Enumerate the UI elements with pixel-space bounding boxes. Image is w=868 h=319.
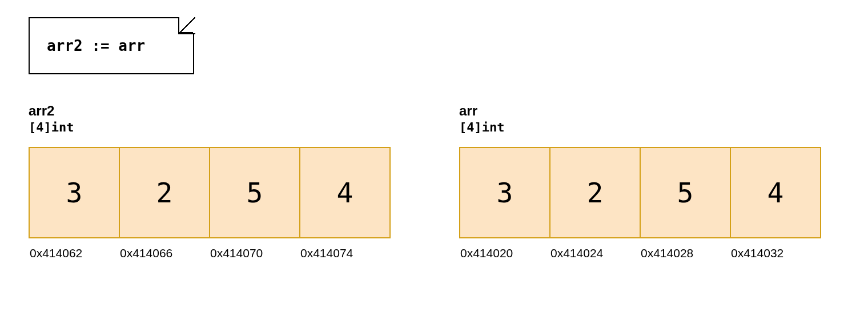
array-type: [4]int: [459, 120, 821, 134]
array-cells: 3 2 5 4: [29, 147, 391, 238]
array-block-arr: arr [4]int 3 2 5 4 0x414020 0x414024 0x4…: [459, 103, 821, 260]
arrays-row: arr2 [4]int 3 2 5 4 0x414062 0x414066 0x…: [29, 103, 839, 260]
array-type: [4]int: [29, 120, 391, 134]
array-addresses: 0x414020 0x414024 0x414028 0x414032: [459, 246, 821, 260]
array-address: 0x414028: [640, 246, 731, 260]
note-fold-icon: [178, 17, 194, 33]
array-address: 0x414024: [549, 246, 641, 260]
array-cells: 3 2 5 4: [459, 147, 821, 238]
array-cell: 2: [119, 147, 210, 238]
array-cell: 4: [730, 147, 821, 238]
array-name: arr2: [29, 103, 391, 119]
array-address: 0x414074: [299, 246, 391, 260]
array-block-arr2: arr2 [4]int 3 2 5 4 0x414062 0x414066 0x…: [29, 103, 391, 260]
array-address: 0x414032: [730, 246, 821, 260]
array-cell: 3: [459, 147, 550, 238]
note-code-text: arr2 := arr: [47, 37, 145, 54]
array-cell: 5: [209, 147, 300, 238]
array-cell: 5: [640, 147, 731, 238]
array-address: 0x414062: [29, 246, 120, 260]
array-cell: 3: [29, 147, 120, 238]
array-name: arr: [459, 103, 821, 119]
array-address: 0x414070: [209, 246, 300, 260]
array-addresses: 0x414062 0x414066 0x414070 0x414074: [29, 246, 391, 260]
array-cell: 2: [549, 147, 641, 238]
array-address: 0x414066: [119, 246, 210, 260]
array-cell: 4: [299, 147, 391, 238]
code-note: arr2 := arr: [29, 17, 194, 74]
array-address: 0x414020: [459, 246, 550, 260]
